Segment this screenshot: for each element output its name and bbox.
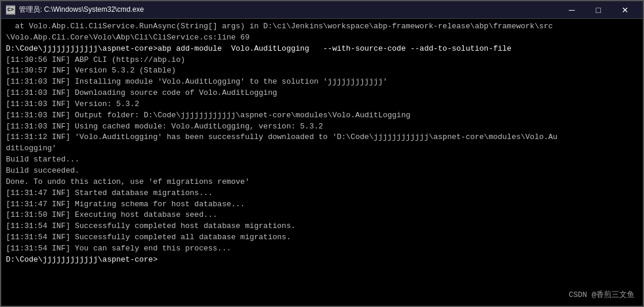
cmd-window: C> 管理员: C:\Windows\System32\cmd.exe ─ □ … <box>0 0 644 307</box>
window-title: 管理员: C:\Windows\System32\cmd.exe <box>19 5 144 15</box>
console-line: ditLogging' <box>6 143 638 154</box>
console-line: Done. To undo this action, use 'ef migra… <box>6 177 638 188</box>
maximize-button[interactable]: □ <box>585 1 612 19</box>
cmd-icon: C> <box>6 5 15 15</box>
console-line: \Volo.Abp.Cli.Core\Volo\Abp\Cli\CliServi… <box>6 32 638 44</box>
console-line: Build succeeded. <box>6 166 638 177</box>
console-line: [11:31:03 INF] Downloading source code o… <box>6 88 638 99</box>
console-line: [11:31:54 INF] You can safely end this p… <box>6 243 638 255</box>
console-line: [11:31:03 INF] Version: 5.3.2 <box>6 99 638 110</box>
console-line: [11:30:56 INF] ABP CLI (https://abp.io) <box>6 55 638 66</box>
console-line: [11:31:54 INF] Successfully completed ho… <box>6 221 638 232</box>
console-line: [11:30:57 INF] Version 5.3.2 (Stable) <box>6 65 638 77</box>
console-output: at Volo.Abp.Cli.CliService.RunAsync(Stri… <box>1 19 643 306</box>
watermark: CSDN @香煎三文鱼 <box>569 289 635 300</box>
console-line: [11:31:47 INF] Started database migratio… <box>6 188 638 199</box>
minimize-button[interactable]: ─ <box>559 1 585 19</box>
console-line: D:\Code\jjjjjjjjjjjj\aspnet-core>abp add… <box>6 44 638 55</box>
console-line: [11:31:50 INF] Executing host database s… <box>6 210 638 221</box>
console-line: [11:31:54 INF] Successfully completed al… <box>6 232 638 243</box>
title-bar-left: C> 管理员: C:\Windows\System32\cmd.exe <box>6 5 144 15</box>
console-line: [11:31:03 INF] Installing module 'Volo.A… <box>6 77 638 88</box>
console-line: [11:31:03 INF] Using cached module: Volo… <box>6 121 638 133</box>
close-button[interactable]: ✕ <box>612 1 638 19</box>
console-line: [11:31:03 INF] Output folder: D:\Code\jj… <box>6 110 638 121</box>
console-line: Build started... <box>6 154 638 166</box>
console-line: at Volo.Abp.Cli.CliService.RunAsync(Stri… <box>6 21 638 32</box>
console-line: [11:31:47 INF] Migrating schema for host… <box>6 199 638 210</box>
title-bar: C> 管理员: C:\Windows\System32\cmd.exe ─ □ … <box>1 1 643 19</box>
console-line: [11:31:12 INF] 'Volo.AuditLogging' has b… <box>6 132 638 143</box>
window-controls: ─ □ ✕ <box>559 1 638 19</box>
console-line: D:\Code\jjjjjjjjjjjj\aspnet-core> <box>6 255 638 266</box>
